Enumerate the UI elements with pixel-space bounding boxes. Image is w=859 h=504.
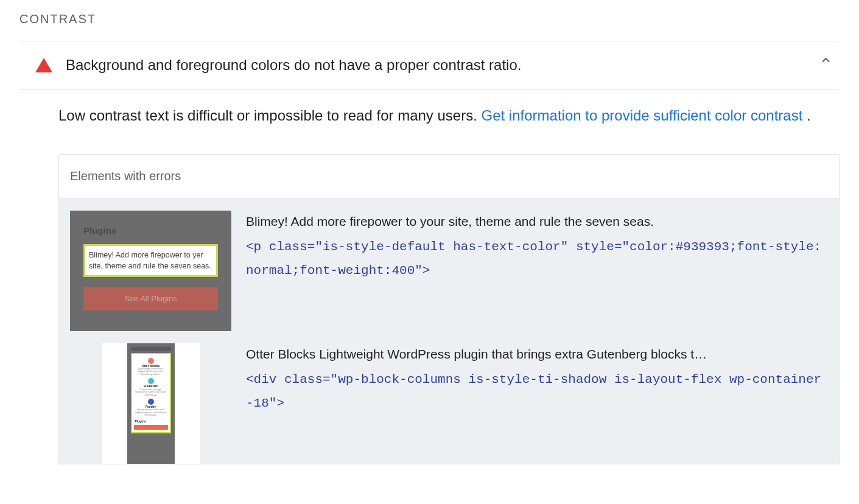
audit-summary-row[interactable]: Background and foreground colors do not … [19, 41, 840, 89]
error-snippet-text: Blimey! Add more firepower to your site,… [246, 214, 828, 229]
panel-body: Plugins Blimey! Add more firepower to ye… [59, 198, 839, 464]
audit-title: Background and foreground colors do not … [66, 57, 798, 74]
thumb-button: See All Plugins [83, 287, 218, 310]
thumb-item-desc: Create and manage responsive tables and … [134, 388, 168, 396]
section-heading: CONTRAST [19, 12, 840, 41]
error-row: Plugins Blimey! Add more firepower to ye… [59, 198, 839, 331]
thumb-highlight-text: Blimey! Add more firepower to yer site, … [83, 244, 218, 277]
errors-panel: Elements with errors Plugins Blimey! Add… [58, 154, 840, 464]
error-thumbnail[interactable]: Otter Blocks Lightweight WordPress plugi… [70, 343, 231, 464]
error-code[interactable]: <div class="wp-block-columns is-style-ti… [246, 368, 828, 416]
error-detail: Otter Blocks Lightweight WordPress plugi… [246, 343, 828, 416]
thumb-plugins-heading: Plugins [134, 418, 168, 424]
error-row: Otter Blocks Lightweight WordPress plugi… [59, 331, 839, 464]
chevron-up-icon[interactable]: ⌃ [812, 56, 840, 74]
thumb-item-desc: Automatically curate and display the bes… [134, 408, 168, 416]
audit-body: Low contrast text is difficult or imposs… [19, 89, 840, 464]
description-text: Low contrast text is difficult or imposs… [58, 107, 482, 124]
error-detail: Blimey! Add more firepower to your site,… [246, 211, 828, 284]
panel-header: Elements with errors [59, 155, 839, 198]
audit-description: Low contrast text is difficult or imposs… [58, 102, 840, 130]
error-snippet-text: Otter Blocks Lightweight WordPress plugi… [246, 347, 828, 362]
thumb-button [134, 425, 168, 430]
thumb-heading: Plugins [83, 225, 218, 236]
error-thumbnail[interactable]: Plugins Blimey! Add more firepower to ye… [70, 211, 231, 331]
error-code[interactable]: <p class="is-style-default has-text-colo… [246, 235, 828, 284]
description-suffix: . [802, 107, 810, 124]
warning-triangle-icon [35, 58, 52, 72]
thumb-item-desc: Lightweight WordPress plugin that brings… [134, 368, 168, 376]
learn-more-link[interactable]: Get information to provide sufficient co… [482, 107, 803, 124]
